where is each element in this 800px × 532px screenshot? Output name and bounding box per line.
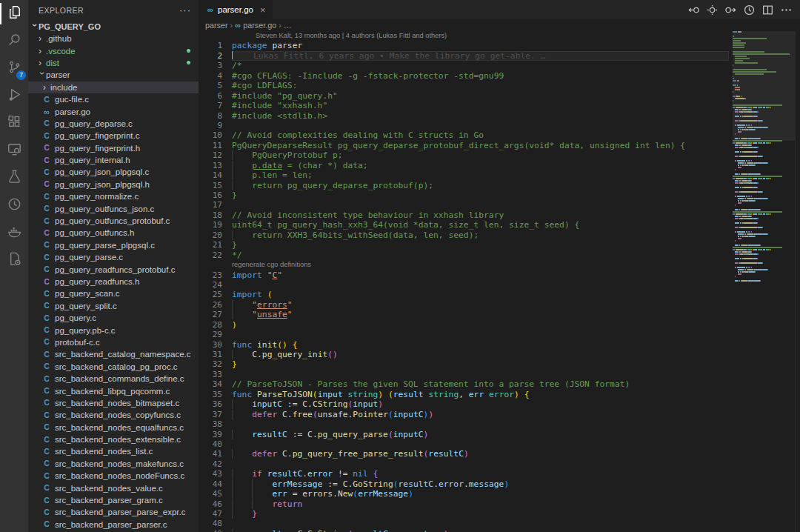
chevron-down-icon: › — [39, 72, 46, 79]
tab-close-icon[interactable]: × — [260, 5, 266, 15]
explorer-more-actions-icon[interactable]: ··· — [179, 4, 191, 16]
tree-file-src_backend_parser_parse_expr.c[interactable]: Csrc_backend_parser_parse_expr.c — [28, 506, 199, 518]
tree-file-src_backend_nodes_value.c[interactable]: Csrc_backend_nodes_value.c — [28, 482, 199, 493]
tree-file-src_backend_libpq_pqcomm.c[interactable]: Csrc_backend_libpq_pqcomm.c — [28, 385, 199, 396]
tree-file-pg_query_fingerprint.h[interactable]: Cpg_query_fingerprint.h — [28, 142, 199, 154]
tree-file-guc-file.c[interactable]: Cguc-file.c — [28, 93, 199, 105]
tree-file-src_backend_nodes_equalfuncs.c[interactable]: Csrc_backend_nodes_equalfuncs.c — [28, 422, 199, 433]
tree-file-src_backend_nodes_makefuncs.c[interactable]: Csrc_backend_nodes_makefuncs.c — [28, 458, 199, 470]
minimap[interactable] — [733, 31, 795, 532]
tree-item-label: pg_query_split.c — [55, 302, 117, 310]
breadcrumb-item[interactable]: parser — [205, 21, 228, 30]
code-line-text — [232, 439, 729, 449]
tree-file-src_backend_nodes_nodeFuncs.c[interactable]: Csrc_backend_nodes_nodeFuncs.c — [28, 470, 199, 482]
minimap-slider[interactable] — [733, 31, 795, 141]
tree-file-src_backend_nodes_copyfuncs.c[interactable]: Csrc_backend_nodes_copyfuncs.c — [28, 409, 199, 421]
tree-file-pg_query_fingerprint.c[interactable]: Cpg_query_fingerprint.c — [28, 130, 199, 142]
activity-item-explorer[interactable] — [0, 0, 28, 27]
tree-file-pg_query_split.c[interactable]: Cpg_query_split.c — [28, 300, 199, 312]
tree-file-pg_query_outfuncs_protobuf.c[interactable]: Cpg_query_outfuncs_protobuf.c — [28, 215, 199, 227]
activity-item-docker[interactable] — [0, 219, 28, 247]
line-number: 28 — [199, 320, 232, 330]
minimap-line — [733, 249, 795, 250]
tree-file-pg_query_json_plpgsql.c[interactable]: Cpg_query_json_plpgsql.c — [28, 166, 199, 178]
tree-file-parser.go[interactable]: ∞parser.go — [28, 105, 199, 117]
tree-item-label: pg_query_parse_plpgsql.c — [55, 241, 155, 250]
tree-file-pg_query_deparse.c[interactable]: Cpg_query_deparse.c — [28, 118, 199, 130]
open-next-change-icon[interactable] — [724, 4, 737, 16]
breadcrumb-item[interactable]: … — [284, 21, 292, 30]
activity-item-run-and-debug[interactable] — [0, 82, 28, 110]
minimap-line — [733, 245, 795, 246]
codelens-link[interactable]: Steven Kalt, 13 months ago | 4 authors (… — [256, 32, 447, 39]
minimap-line — [733, 251, 795, 253]
split-editor-icon[interactable] — [761, 4, 774, 16]
tab-parser-go[interactable]: ∞ parser.go × — [199, 0, 273, 19]
tree-file-src_backend_catalog_pg_proc.c[interactable]: Csrc_backend_catalog_pg_proc.c — [28, 361, 199, 373]
tree-folder-parser[interactable]: ›parser — [28, 69, 199, 81]
activity-item-extensions[interactable] — [0, 110, 28, 137]
minimap-line — [733, 253, 795, 255]
tree-item-label: pg_query_readfuncs.h — [55, 277, 139, 286]
vertical-scrollbar[interactable] — [795, 31, 800, 532]
c-file-icon: C — [41, 326, 52, 334]
tree-file-protobuf-c.c[interactable]: Cprotobuf-c.c — [28, 336, 199, 348]
chevron-right-icon: › — [39, 59, 46, 67]
tree-file-pg_query.pb-c.c[interactable]: Cpg_query.pb-c.c — [28, 324, 199, 336]
minimap-line — [733, 198, 795, 199]
activity-item-gitlens[interactable] — [0, 192, 28, 219]
tree-file-pg_query_json_plpgsql.h[interactable]: Cpg_query_json_plpgsql.h — [28, 179, 199, 190]
tree-folder-.vscode[interactable]: ›.vscode — [28, 44, 199, 56]
open-changes-icon[interactable] — [706, 4, 719, 16]
tree-folder-.github[interactable]: ›.github — [28, 33, 199, 44]
tree-file-src_backend_parser_gram.c[interactable]: Csrc_backend_parser_gram.c — [28, 494, 199, 506]
tree-file-src_backend_nodes_extensible.c[interactable]: Csrc_backend_nodes_extensible.c — [28, 433, 199, 445]
tree-file-pg_query_readfuncs.h[interactable]: Cpg_query_readfuncs.h — [28, 276, 199, 287]
c-file-icon: C — [41, 448, 52, 456]
file-history-icon[interactable] — [743, 4, 756, 16]
activity-item-search[interactable] — [0, 27, 28, 55]
tree-file-pg_query_internal.h[interactable]: Cpg_query_internal.h — [28, 154, 199, 166]
open-previous-change-icon[interactable] — [687, 4, 700, 16]
tree-file-pg_query.c[interactable]: Cpg_query.c — [28, 312, 199, 324]
code-line-text: func ParseToJSON(input string) (result s… — [232, 390, 729, 399]
tree-file-pg_query_normalize.c[interactable]: Cpg_query_normalize.c — [28, 190, 199, 202]
line-number: 20 — [199, 230, 232, 240]
tree-file-src_backend_commands_define.c[interactable]: Csrc_backend_commands_define.c — [28, 373, 199, 385]
codelens-link[interactable]: regenerate cgo definitions — [232, 261, 311, 268]
c-file-icon: C — [41, 241, 52, 249]
tree-file-src_backend_nodes_bitmapset.c[interactable]: Csrc_backend_nodes_bitmapset.c — [28, 397, 199, 409]
tree-file-pg_query_outfuncs_json.c[interactable]: Cpg_query_outfuncs_json.c — [28, 202, 199, 214]
explorer-root-folder[interactable]: › PG_QUERY_GO — [28, 20, 199, 33]
c-file-icon: C — [41, 375, 52, 383]
activity-item-project-manager[interactable] — [0, 247, 28, 274]
activity-item-testing[interactable] — [0, 164, 28, 192]
breadcrumb-separator-icon: › — [230, 21, 233, 30]
code-line-37: 37 defer C.free(unsafe.Pointer(inputC)) — [199, 410, 729, 419]
tree-item-label: src_backend_nodes_makefuncs.c — [55, 459, 184, 468]
c-file-icon: C — [41, 229, 52, 237]
tree-item-label: pg_query.pb-c.c — [55, 326, 116, 335]
tree-file-src_backend_parser_parser.c[interactable]: Csrc_backend_parser_parser.c — [28, 519, 199, 531]
more-actions-icon[interactable] — [780, 4, 793, 16]
tree-file-pg_query_parse_plpgsql.c[interactable]: Cpg_query_parse_plpgsql.c — [28, 239, 199, 251]
minimap-line — [733, 184, 795, 186]
code-line-13: 13 p.data = (char *) data; — [199, 161, 729, 170]
tree-file-pg_query_readfuncs_protobuf.c[interactable]: Cpg_query_readfuncs_protobuf.c — [28, 263, 199, 275]
line-number: 27 — [199, 310, 232, 319]
tree-file-pg_query_outfuncs.h[interactable]: Cpg_query_outfuncs.h — [28, 227, 199, 239]
breadcrumb-item[interactable]: parser.go — [243, 21, 276, 30]
activity-item-source-control[interactable]: 7 — [0, 55, 28, 82]
minimap-line — [733, 220, 795, 222]
code-line-47: 47 } — [199, 509, 729, 519]
tree-file-src_backend_catalog_namespace.c[interactable]: Csrc_backend_catalog_namespace.c — [28, 348, 199, 360]
code-editor[interactable]: Steven Kalt, 13 months ago | 4 authors (… — [199, 31, 729, 532]
tree-file-src_backend_nodes_list.c[interactable]: Csrc_backend_nodes_list.c — [28, 445, 199, 457]
tree-file-pg_query_parse.c[interactable]: Cpg_query_parse.c — [28, 251, 199, 263]
activity-item-remote-explorer[interactable] — [0, 137, 28, 164]
tree-folder-include[interactable]: ›include — [28, 82, 199, 93]
c-file-icon: C — [41, 205, 52, 213]
code-line-25: 25import ( — [199, 290, 729, 299]
tree-file-pg_query_scan.c[interactable]: Cpg_query_scan.c — [28, 287, 199, 299]
tree-folder-dist[interactable]: ›dist — [28, 57, 199, 69]
